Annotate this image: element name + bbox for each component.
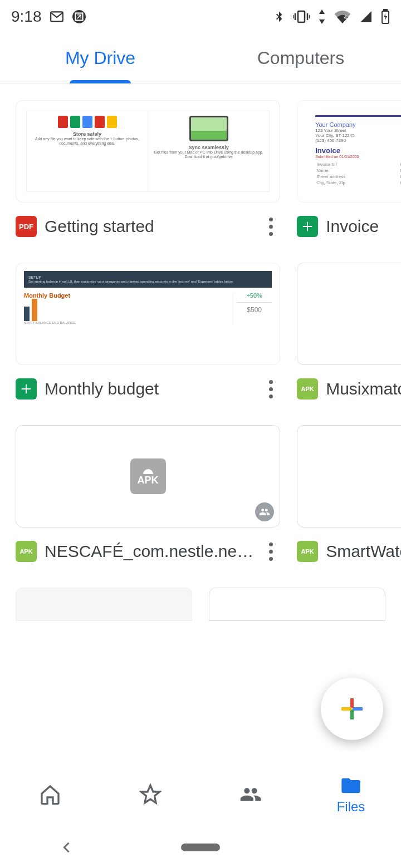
- apk-icon: APK: [297, 541, 318, 562]
- file-name: Monthly budget: [45, 379, 253, 399]
- bluetooth-icon: [273, 9, 285, 24]
- gmail-icon: [50, 9, 64, 24]
- system-nav: [0, 826, 401, 868]
- preview-text: +50%: [237, 292, 272, 299]
- file-thumbnail: APK: [297, 263, 401, 365]
- file-thumbnail: [16, 588, 192, 621]
- nav-files[interactable]: Files: [301, 762, 401, 826]
- file-card-partial[interactable]: [16, 588, 192, 621]
- shared-icon: [255, 502, 274, 521]
- apk-icon: APK: [297, 378, 318, 400]
- more-button[interactable]: [261, 537, 280, 565]
- data-icon: [317, 9, 326, 24]
- file-card[interactable]: Store safely Add any file you want to ke…: [16, 100, 280, 240]
- plus-icon: [339, 696, 365, 722]
- svg-text:4: 4: [344, 14, 347, 20]
- home-icon: [39, 783, 61, 806]
- svg-rect-9: [350, 698, 354, 708]
- file-card[interactable]: APK APK SmartWatch_com.rwatch.: [297, 425, 401, 565]
- status-time: 9:18: [11, 8, 42, 26]
- file-card-partial[interactable]: [209, 588, 385, 621]
- file-thumbnail: Store safely Add any file you want to ke…: [16, 100, 280, 203]
- wifi-icon: 4: [334, 10, 351, 23]
- svg-rect-11: [350, 709, 354, 719]
- tab-computers[interactable]: Computers: [200, 33, 401, 83]
- file-name: NESCAFÉ_com.nestle.ne…: [45, 542, 253, 561]
- nav-shared[interactable]: [200, 762, 301, 826]
- file-grid-container: Store safely Add any file you want to ke…: [0, 83, 401, 762]
- home-pill[interactable]: [134, 844, 267, 851]
- more-button[interactable]: [261, 213, 280, 240]
- back-button[interactable]: [1, 840, 133, 855]
- nav-home[interactable]: [0, 762, 100, 826]
- preview-text: Sync seamlessly: [189, 145, 229, 150]
- preview-text: 123 Your Street: [315, 128, 401, 133]
- file-card[interactable]: APK APK Musixmatch_com.musix…: [297, 263, 401, 403]
- fab-add-button[interactable]: [321, 678, 383, 740]
- file-name: Invoice: [326, 217, 401, 236]
- file-thumbnail: APK: [297, 425, 401, 527]
- people-icon: [239, 783, 262, 806]
- tab-label: My Drive: [65, 48, 135, 68]
- sheets-icon: [16, 378, 37, 400]
- preview-text: (123) 456-7890: [315, 138, 401, 143]
- preview-text: Monthly Budget: [24, 292, 228, 299]
- apk-icon: APK: [16, 541, 37, 562]
- file-name: SmartWatch_com.rwatch.: [326, 542, 401, 561]
- preview-text: Add any file you want to keep safe with …: [31, 137, 143, 145]
- file-thumbnail: APK: [16, 425, 280, 527]
- tab-my-drive[interactable]: My Drive: [0, 33, 200, 83]
- preview-text: Submitted on 01/01/2000: [315, 155, 401, 159]
- signal-icon: [359, 10, 373, 23]
- vibrate-icon: [293, 10, 310, 23]
- file-thumbnail: [209, 588, 385, 621]
- svg-rect-10: [353, 707, 363, 711]
- more-button[interactable]: [261, 375, 280, 403]
- preview-text: Invoice: [315, 146, 401, 155]
- screenshot-icon: [72, 9, 86, 24]
- file-thumbnail: Your Company 123 Your Street Your City, …: [297, 100, 401, 203]
- nav-label: Files: [337, 799, 365, 815]
- file-name: Getting started: [45, 217, 253, 236]
- nav-starred[interactable]: [100, 762, 200, 826]
- sheets-icon: [297, 216, 318, 237]
- svg-rect-3: [298, 11, 305, 22]
- preview-text: Your City, ST 12345: [315, 133, 401, 138]
- top-tabs: My Drive Computers: [0, 33, 401, 83]
- file-thumbnail: SETUPSet starting balance in cell L8, th…: [16, 263, 280, 365]
- file-name: Musixmatch_com.musix…: [326, 379, 401, 399]
- preview-text: Your Company: [315, 121, 401, 128]
- file-card[interactable]: SETUPSet starting balance in cell L8, th…: [16, 263, 280, 403]
- preview-text: Store safely: [73, 131, 101, 137]
- folder-icon: [340, 775, 362, 797]
- apk-thumb-icon: APK: [130, 458, 166, 494]
- preview-text: $500: [237, 306, 272, 314]
- tab-label: Computers: [257, 48, 345, 68]
- file-card[interactable]: APK APK NESCAFÉ_com.nestle.ne…: [16, 425, 280, 565]
- star-icon: [139, 783, 162, 806]
- svg-rect-12: [341, 707, 351, 711]
- file-card[interactable]: Your Company 123 Your Street Your City, …: [297, 100, 401, 240]
- svg-rect-6: [384, 9, 387, 11]
- preview-text: START BALANCE END BALANCE: [24, 321, 228, 324]
- battery-charging-icon: [381, 9, 390, 24]
- status-bar: 9:18 4: [0, 0, 401, 33]
- preview-text: Get files from your Mac or PC into Drive…: [153, 150, 265, 159]
- bottom-nav: Files: [0, 762, 401, 826]
- pdf-icon: PDF: [16, 216, 37, 237]
